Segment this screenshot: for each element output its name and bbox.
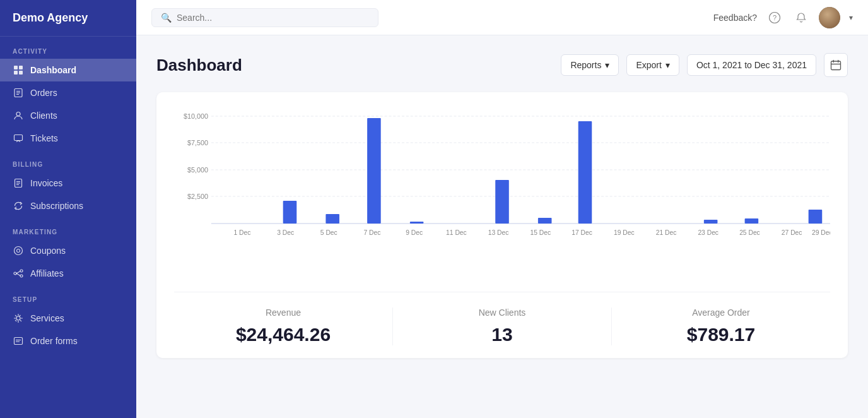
revenue-stat: Revenue $24,464.26 bbox=[174, 308, 392, 345]
svg-text:9 Dec: 9 Dec bbox=[406, 229, 423, 236]
svg-text:11 Dec: 11 Dec bbox=[446, 229, 467, 236]
svg-rect-27 bbox=[831, 61, 841, 70]
affiliates-icon bbox=[13, 268, 24, 279]
sidebar-section-setup: SETUP bbox=[0, 285, 136, 307]
svg-text:15 Dec: 15 Dec bbox=[531, 229, 551, 236]
svg-text:1 Dec: 1 Dec bbox=[233, 229, 250, 236]
sidebar-section-marketing: MARKETING bbox=[0, 217, 136, 239]
svg-rect-2 bbox=[14, 71, 18, 75]
sidebar-item-invoices[interactable]: Invoices bbox=[0, 172, 136, 194]
sidebar-item-label-dashboard: Dashboard bbox=[30, 65, 76, 75]
bar-25dec bbox=[745, 218, 759, 224]
svg-text:$7,500: $7,500 bbox=[187, 139, 208, 146]
sidebar-section-activity: ACTIVITY bbox=[0, 37, 136, 59]
subscriptions-icon bbox=[13, 200, 24, 212]
svg-point-15 bbox=[17, 249, 20, 253]
sidebar-item-order-forms[interactable]: Order forms bbox=[0, 330, 136, 352]
sidebar-item-clients[interactable]: Clients bbox=[0, 104, 136, 127]
sidebar-item-label-affiliates: Affiliates bbox=[30, 268, 64, 278]
svg-point-18 bbox=[20, 275, 23, 277]
sidebar-item-affiliates[interactable]: Affiliates bbox=[0, 262, 136, 285]
reports-chevron-icon: ▾ bbox=[605, 60, 609, 70]
export-button[interactable]: Export ▾ bbox=[626, 54, 679, 76]
search-input[interactable] bbox=[177, 13, 369, 23]
sidebar-item-subscriptions[interactable]: Subscriptions bbox=[0, 194, 136, 217]
bar-3dec bbox=[283, 201, 297, 224]
order-forms-icon bbox=[13, 335, 24, 347]
new-clients-label: New Clients bbox=[393, 308, 611, 318]
user-chevron-icon[interactable]: ▾ bbox=[849, 13, 853, 22]
chart-area: $10,000 $7,500 $5,000 $2,500 bbox=[174, 110, 830, 274]
topbar-right: Feedback? ? ▾ bbox=[713, 7, 853, 28]
sidebar-item-label-order-forms: Order forms bbox=[30, 336, 78, 346]
svg-line-19 bbox=[16, 272, 20, 274]
svg-rect-0 bbox=[14, 66, 18, 69]
svg-text:$2,500: $2,500 bbox=[187, 193, 208, 200]
svg-point-14 bbox=[15, 247, 23, 255]
svg-text:17 Dec: 17 Dec bbox=[572, 229, 592, 236]
svg-text:27 Dec: 27 Dec bbox=[782, 229, 802, 236]
bar-23dec bbox=[704, 220, 718, 224]
calendar-icon[interactable] bbox=[824, 53, 848, 77]
sidebar: Demo Agency ACTIVITYDashboardOrdersClien… bbox=[0, 0, 136, 418]
new-clients-stat: New Clients 13 bbox=[392, 308, 611, 345]
invoices-icon bbox=[13, 177, 24, 189]
clients-icon bbox=[13, 110, 24, 121]
date-range-text: Oct 1, 2021 to Dec 31, 2021 bbox=[696, 60, 807, 70]
sidebar-item-label-subscriptions: Subscriptions bbox=[30, 201, 83, 211]
help-icon[interactable]: ? bbox=[766, 9, 783, 27]
svg-text:3 Dec: 3 Dec bbox=[277, 229, 294, 236]
average-order-stat: Average Order $789.17 bbox=[611, 308, 830, 345]
main-content: 🔍 Feedback? ? ▾ bbox=[136, 0, 868, 418]
svg-point-16 bbox=[14, 272, 16, 275]
export-chevron-icon: ▾ bbox=[666, 60, 670, 70]
bell-icon[interactable] bbox=[792, 9, 810, 27]
feedback-label: Feedback? bbox=[713, 13, 757, 23]
svg-point-21 bbox=[16, 316, 20, 320]
bar-17dec bbox=[578, 121, 592, 224]
svg-text:?: ? bbox=[773, 14, 777, 21]
svg-text:29 Dec: 29 Dec bbox=[812, 229, 830, 236]
svg-text:19 Dec: 19 Dec bbox=[614, 229, 635, 236]
svg-point-17 bbox=[20, 270, 23, 272]
revenue-label: Revenue bbox=[174, 308, 392, 318]
brand-logo: Demo Agency bbox=[0, 0, 136, 37]
date-range-picker[interactable]: Oct 1, 2021 to Dec 31, 2021 bbox=[687, 54, 816, 76]
bar-9dec bbox=[410, 222, 424, 224]
bar-chart: $10,000 $7,500 $5,000 $2,500 bbox=[174, 110, 830, 249]
search-wrap[interactable]: 🔍 bbox=[151, 8, 378, 27]
svg-text:$5,000: $5,000 bbox=[187, 166, 208, 174]
svg-rect-22 bbox=[15, 338, 23, 345]
svg-text:7 Dec: 7 Dec bbox=[364, 229, 381, 236]
svg-text:13 Dec: 13 Dec bbox=[488, 229, 509, 236]
search-icon: 🔍 bbox=[161, 13, 172, 23]
reports-button[interactable]: Reports ▾ bbox=[561, 54, 619, 76]
average-order-value: $789.17 bbox=[612, 324, 830, 345]
sidebar-item-dashboard[interactable]: Dashboard bbox=[0, 59, 136, 81]
services-icon bbox=[13, 313, 24, 324]
revenue-value: $24,464.26 bbox=[174, 324, 392, 345]
sidebar-item-services[interactable]: Services bbox=[0, 307, 136, 330]
svg-line-20 bbox=[16, 273, 20, 276]
svg-rect-9 bbox=[15, 135, 23, 141]
sidebar-item-label-orders: Orders bbox=[30, 88, 57, 98]
bar-29dec bbox=[809, 210, 823, 224]
svg-text:23 Dec: 23 Dec bbox=[698, 229, 718, 236]
svg-rect-1 bbox=[19, 66, 23, 69]
svg-text:25 Dec: 25 Dec bbox=[739, 229, 760, 236]
sidebar-item-tickets[interactable]: Tickets bbox=[0, 127, 136, 150]
bar-15dec bbox=[538, 218, 552, 224]
sidebar-item-coupons[interactable]: Coupons bbox=[0, 239, 136, 262]
chart-card: $10,000 $7,500 $5,000 $2,500 bbox=[156, 92, 848, 358]
sidebar-item-orders[interactable]: Orders bbox=[0, 81, 136, 104]
content-area: Dashboard Reports ▾ Export ▾ Oct 1, 2021… bbox=[136, 35, 868, 418]
svg-text:$10,000: $10,000 bbox=[184, 112, 208, 120]
svg-text:21 Dec: 21 Dec bbox=[656, 229, 677, 236]
sidebar-item-label-services: Services bbox=[30, 313, 64, 323]
sidebar-item-label-invoices: Invoices bbox=[30, 178, 62, 188]
bar-13dec bbox=[495, 180, 509, 224]
dashboard-header: Dashboard Reports ▾ Export ▾ Oct 1, 2021… bbox=[156, 53, 848, 77]
svg-point-8 bbox=[16, 112, 20, 116]
avatar[interactable] bbox=[819, 7, 840, 28]
svg-rect-3 bbox=[19, 71, 23, 75]
